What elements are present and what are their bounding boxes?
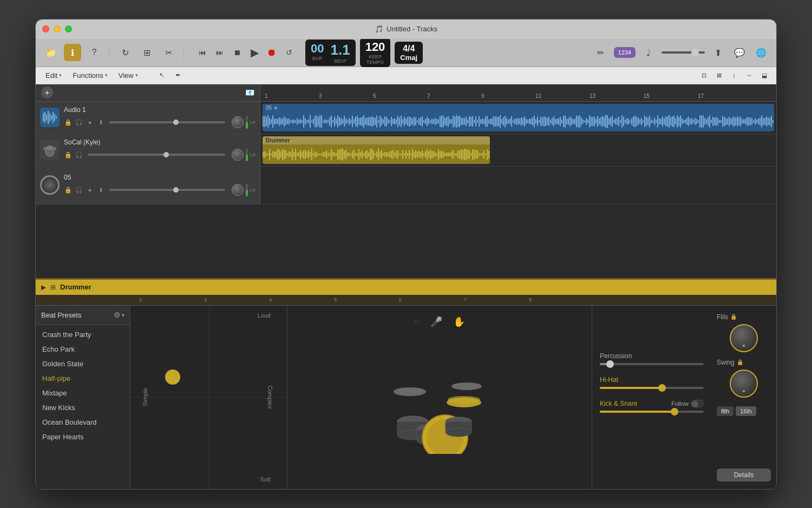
view-chevron: ▾ xyxy=(135,72,138,78)
drum-pad[interactable]: Loud Soft Simple Complex xyxy=(130,306,287,489)
fast-forward-button[interactable]: ⏭ xyxy=(212,45,227,60)
tool-pointer[interactable]: ↖ xyxy=(155,69,168,82)
beat-presets-list: Crash the Party Echo Park Golden State H… xyxy=(36,325,130,489)
beat-presets-panel: Beat Presets ⚙ ▾ Crash the Party Echo Pa… xyxy=(36,306,130,489)
minimize-button[interactable] xyxy=(54,25,61,32)
record-button[interactable]: ⏺ xyxy=(264,45,279,60)
fader-audio1[interactable] xyxy=(109,121,225,123)
input-monitor-audio1[interactable]: ⬇ xyxy=(96,118,105,127)
preset-ocean[interactable]: Ocean Boulevard xyxy=(36,415,130,430)
hihat-toggle[interactable]: 🎤 xyxy=(430,316,442,328)
solo-button-socal[interactable]: 🎧 xyxy=(75,150,83,159)
input-05[interactable]: ⬇ xyxy=(96,186,105,194)
zoom-fit-button[interactable]: ⊠ xyxy=(712,69,725,82)
8th-button[interactable]: 8th xyxy=(717,406,734,416)
zoom-out-button[interactable]: ↔ xyxy=(743,69,756,82)
percussion-slider[interactable] xyxy=(600,363,704,365)
preset-golden[interactable]: Golden State xyxy=(36,357,130,371)
track-row-socal: SoCal (Kyle) 🔒 🎧 xyxy=(36,134,776,167)
fader-05[interactable] xyxy=(109,189,225,191)
network-button[interactable]: 🌐 xyxy=(752,44,770,61)
menu-functions[interactable]: Functions ▾ xyxy=(68,70,112,81)
ruler-mark-1: 1 xyxy=(265,93,319,99)
help-button[interactable]: ? xyxy=(86,44,103,61)
time-sig-value: 4/4 xyxy=(403,44,415,54)
solo-button-audio1[interactable]: 🎧 xyxy=(75,118,83,127)
mute-button-05[interactable]: 🔒 xyxy=(64,186,73,194)
record-arm-audio1[interactable]: ● xyxy=(86,118,94,127)
drum-kit-svg xyxy=(380,367,499,454)
details-button[interactable]: Details xyxy=(717,469,771,481)
maximize-button[interactable] xyxy=(65,25,72,32)
close-button[interactable] xyxy=(42,25,49,32)
stop-button[interactable]: ⏹ xyxy=(230,45,245,60)
preset-newkicks[interactable]: New Kicks xyxy=(36,400,130,415)
info-button[interactable]: ℹ xyxy=(64,44,81,61)
pad-dot[interactable] xyxy=(165,370,180,385)
time-display[interactable]: 00 BAR 1.1 BEAT xyxy=(305,39,356,66)
track-content-05[interactable] xyxy=(260,167,776,204)
snap-button[interactable]: ⊡ xyxy=(697,69,710,82)
share-button[interactable]: ⬆ xyxy=(709,44,726,61)
ruler: 1 3 5 7 9 11 13 15 17 xyxy=(260,84,776,102)
preset-crash[interactable]: Crash the Party xyxy=(36,327,130,342)
track-details-socal: SoCal (Kyle) 🔒 🎧 xyxy=(64,138,256,161)
swing-knob[interactable] xyxy=(730,370,758,398)
follow-toggle[interactable] xyxy=(691,400,704,407)
hihat-slider[interactable] xyxy=(600,387,704,389)
level-button[interactable]: ⬓ xyxy=(758,69,771,82)
volume-slider[interactable] xyxy=(662,51,705,54)
solo-button-05[interactable]: 🎧 xyxy=(75,186,83,194)
kick-snare-slider[interactable] xyxy=(600,411,704,413)
track-rows: Audio 1 🔒 🎧 ● ⬇ xyxy=(36,102,776,278)
kick-toggle[interactable]: ○ xyxy=(414,316,420,327)
preset-mixtape[interactable]: Mixtape xyxy=(36,386,130,400)
cycle-button[interactable]: ↻ xyxy=(116,44,134,61)
meter-socal xyxy=(246,148,248,161)
drummer-region[interactable]: Drummer xyxy=(263,136,490,164)
mute-button-socal[interactable]: 🔒 xyxy=(64,150,73,159)
track-content-audio1[interactable]: 05 ⊕ // Will be generated by inline JS b… xyxy=(260,102,776,134)
mute-button-audio1[interactable]: 🔒 xyxy=(64,118,73,127)
tool-pencil[interactable]: ✒ xyxy=(172,69,185,82)
chat-button[interactable]: 💬 xyxy=(731,44,748,61)
record-arm-05[interactable]: ● xyxy=(86,186,94,194)
fills-knob[interactable] xyxy=(730,324,758,352)
beat-label: BEAT xyxy=(334,58,346,64)
smart-controls-button[interactable]: 1234 xyxy=(614,47,636,58)
main-content: + 📧 1 3 5 7 9 11 13 15 xyxy=(36,84,776,278)
cycle-loop-button[interactable]: ↺ xyxy=(281,45,297,60)
drummer-editor-title: Drummer xyxy=(60,283,91,291)
key-display[interactable]: 4/4 Cmaj xyxy=(395,42,423,64)
main-window: 🎵 Untitled - Tracks 📁 ℹ ? ↻ ⊞ ✂ ⏮ ⏭ ⏹ ▶ … xyxy=(35,19,777,490)
media-browser-button[interactable]: 📁 xyxy=(42,44,60,61)
beat-presets-gear[interactable]: ⚙ ▾ xyxy=(114,311,125,319)
pencil-button[interactable]: ✏ xyxy=(592,44,610,61)
preset-paper[interactable]: Paper Hearts xyxy=(36,430,130,444)
snare-toggle[interactable]: ✋ xyxy=(453,316,465,328)
16th-button[interactable]: 16th xyxy=(736,406,756,416)
tune-button[interactable]: ♩ xyxy=(640,44,657,61)
tempo-display[interactable]: 120 KEEP TEMPO xyxy=(360,38,391,67)
rewind-button[interactable]: ⏮ xyxy=(195,45,210,60)
zoom-in-button[interactable]: ↕ xyxy=(728,69,741,82)
scissor-button[interactable]: ✂ xyxy=(160,44,177,61)
audio-region-audio1[interactable]: 05 ⊕ // Will be generated by inline JS b… xyxy=(263,104,774,131)
fader-socal[interactable] xyxy=(88,154,225,156)
volume-knob-audio1[interactable] xyxy=(232,116,244,128)
volume-knob-socal[interactable] xyxy=(232,149,244,161)
key-value: Cmaj xyxy=(400,54,417,62)
menu-view[interactable]: View ▾ xyxy=(114,70,142,81)
drummer-header-icon: ▶ xyxy=(41,283,46,291)
preset-halfpipe[interactable]: Half-pipe xyxy=(36,371,130,386)
menu-edit[interactable]: Edit ▾ xyxy=(41,70,66,81)
bounce-button[interactable]: 📧 xyxy=(245,88,254,97)
fills-section: Fills 🔒 xyxy=(717,313,771,352)
mixer-button[interactable]: ⊞ xyxy=(138,44,155,61)
volume-knob-05[interactable] xyxy=(232,184,244,196)
play-button[interactable]: ▶ xyxy=(247,45,262,60)
tracks-area: + 📧 1 3 5 7 9 11 13 15 xyxy=(36,84,776,278)
preset-echo[interactable]: Echo Park xyxy=(36,342,130,357)
add-track-button[interactable]: + xyxy=(41,87,53,98)
track-content-socal[interactable]: Drummer xyxy=(260,134,776,166)
